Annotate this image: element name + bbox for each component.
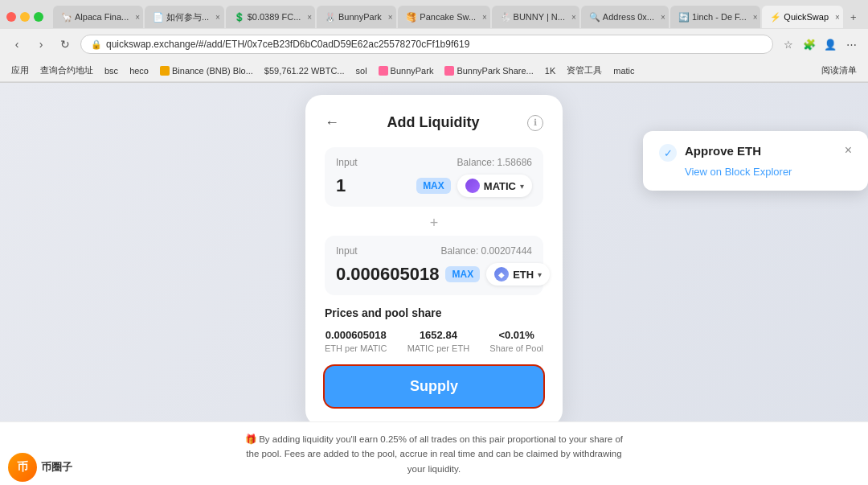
bookmark-1k[interactable]: 1K	[542, 65, 559, 76]
max-button-1[interactable]: MAX	[416, 178, 451, 194]
main-content: ← Add Liquidity ℹ Input Balance: 1.58686…	[0, 83, 868, 485]
tab-close-alpaca[interactable]: ×	[135, 13, 140, 22]
tab-alpaca[interactable]: 🦙 Alpaca Fina... ×	[53, 6, 143, 28]
tab-howto[interactable]: 📄 如何参与... ×	[145, 6, 224, 28]
token-selector-matic[interactable]: MATIC ▾	[457, 175, 532, 197]
url-text: quickswap.exchange/#/add/ETH/0x7ceB23fD6…	[106, 39, 469, 50]
url-bar[interactable]: 🔒 quickswap.exchange/#/add/ETH/0x7ceB23f…	[80, 35, 773, 54]
tab-close-pancake[interactable]: ×	[482, 13, 487, 22]
tab-label-1inch: 1inch - De F...	[692, 12, 747, 22]
menu-icon[interactable]: ⋯	[842, 35, 860, 53]
tab-favicon-howto: 📄	[153, 12, 162, 22]
new-tab-button[interactable]: +	[845, 8, 862, 26]
tab-favicon-price: 💲	[234, 12, 244, 22]
bookmark-matic-label: matic	[613, 66, 634, 76]
max-button-2[interactable]: MAX	[445, 266, 480, 282]
input-row-2: 0.000605018 MAX ◆ ETH ▾	[336, 263, 532, 286]
tab-favicon-bunny: 🐇	[500, 12, 510, 22]
forward-button[interactable]: ›	[32, 35, 50, 53]
tab-bunny[interactable]: 🐇 BUNNY | N... ×	[492, 6, 579, 28]
info-icon-button[interactable]: ℹ	[527, 115, 543, 131]
input-label-row-1: Input Balance: 1.58686	[336, 157, 532, 168]
bookmark-heco-label: heco	[129, 66, 149, 76]
bookmark-sol-label: sol	[356, 66, 367, 76]
tab-pancake[interactable]: 🥞 Pancake Sw... ×	[398, 6, 489, 28]
tab-bunnypark[interactable]: 🐰 BunnyPark ×	[317, 6, 396, 28]
bookmark-contract[interactable]: 查询合约地址	[37, 64, 96, 77]
bookmark-asset-tools[interactable]: 资管工具	[563, 64, 605, 77]
tab-close-quickswap[interactable]: ×	[835, 13, 840, 22]
tab-close-address[interactable]: ×	[661, 13, 665, 22]
bookmarks-bar: 应用 查询合约地址 bsc heco Binance (BNB) Blo... …	[0, 60, 868, 82]
chevron-down-icon-1: ▾	[520, 182, 524, 191]
bookmark-bunnypark[interactable]: BunnyPark	[375, 65, 437, 76]
bookmark-bunnypark-label: BunnyPark	[391, 66, 434, 76]
maximize-window-btn[interactable]	[34, 12, 43, 22]
bookmark-wbtc[interactable]: $59,761.22 WBTC...	[261, 65, 348, 76]
tab-bar: 🦙 Alpaca Fina... × 📄 如何参与... × 💲 $0.0389…	[0, 0, 868, 29]
eth-token-icon: ◆	[494, 267, 509, 282]
traffic-lights	[6, 12, 43, 22]
bookmark-readlist[interactable]: 阅读清单	[818, 64, 860, 77]
tab-1inch[interactable]: 🔄 1inch - De F... ×	[670, 6, 760, 28]
bookmark-bsc[interactable]: bsc	[101, 65, 121, 76]
profile-icon[interactable]: 👤	[821, 35, 839, 53]
supply-button[interactable]: Supply	[325, 366, 543, 407]
extensions-icon[interactable]: 🧩	[800, 35, 818, 53]
back-button[interactable]: ‹	[8, 35, 26, 53]
price-desc-eth-per-matic: ETH per MATIC	[325, 343, 387, 353]
tab-favicon-1inch: 🔄	[678, 12, 688, 22]
tab-price[interactable]: 💲 $0.0389 FC... ×	[226, 6, 315, 28]
notification-explorer-link[interactable]: View on Block Explorer	[685, 166, 852, 178]
add-liquidity-card: ← Add Liquidity ℹ Input Balance: 1.58686…	[305, 95, 563, 426]
input-value-2[interactable]: 0.000605018	[336, 264, 439, 285]
prices-section: Prices and pool share 0.000605018 ETH pe…	[325, 306, 543, 407]
tab-close-howto[interactable]: ×	[215, 13, 220, 22]
bookmark-apps[interactable]: 应用	[8, 64, 32, 77]
notification-popup: ✓ Approve ETH × View on Block Explorer	[643, 131, 868, 191]
price-item-pool-share: <0.01% Share of Pool	[489, 329, 543, 353]
bookmark-heco[interactable]: heco	[126, 65, 152, 76]
watermark-label: 币圈子	[41, 460, 72, 475]
tab-close-price[interactable]: ×	[307, 13, 312, 22]
input-label-1: Input	[336, 157, 358, 168]
tab-favicon-quickswap: ⚡	[770, 12, 780, 22]
tab-favicon-address: 🔍	[589, 12, 599, 22]
price-value-eth-per-matic: 0.000605018	[325, 329, 387, 341]
notification-title: Approve ETH	[685, 144, 761, 158]
minimize-window-btn[interactable]	[20, 12, 30, 22]
bookmark-bunnypark-share-label: BunnyPark Share...	[457, 66, 533, 76]
notification-check-icon: ✓	[659, 144, 677, 162]
bookmark-icon[interactable]: ☆	[780, 35, 797, 53]
tab-close-1inch[interactable]: ×	[753, 13, 758, 22]
tab-address[interactable]: 🔍 Address 0x... ×	[581, 6, 669, 28]
ssl-lock-icon: 🔒	[91, 39, 102, 50]
bookmark-1k-label: 1K	[545, 66, 555, 76]
nav-bar: ‹ › ↻ 🔒 quickswap.exchange/#/add/ETH/0x7…	[0, 29, 868, 60]
tab-label-howto: 如何参与...	[166, 11, 209, 23]
tab-quickswap[interactable]: ⚡ QuickSwap ×	[762, 6, 843, 28]
reload-button[interactable]: ↻	[56, 35, 74, 53]
bottom-info-text: 🎁 By adding liquidity you'll earn 0.25% …	[0, 421, 868, 485]
back-arrow-button[interactable]: ←	[325, 114, 339, 131]
bookmark-bsc-label: bsc	[104, 66, 118, 76]
token-name-eth: ETH	[513, 269, 534, 281]
tab-favicon-alpaca: 🦙	[61, 12, 71, 22]
bookmark-matic[interactable]: matic	[610, 65, 637, 76]
bookmark-binance[interactable]: Binance (BNB) Blo...	[157, 65, 256, 76]
chevron-down-icon-2: ▾	[538, 270, 542, 279]
tab-close-bunnypark[interactable]: ×	[388, 13, 393, 22]
bookmark-bunnypark-share[interactable]: BunnyPark Share...	[441, 65, 536, 76]
token-selector-eth[interactable]: ◆ ETH ▾	[486, 263, 550, 286]
bookmark-binance-icon	[160, 66, 170, 76]
bookmark-sol[interactable]: sol	[353, 65, 371, 76]
notification-close-button[interactable]: ×	[845, 144, 852, 157]
input-value-1[interactable]: 1	[336, 175, 410, 196]
tab-close-bunny[interactable]: ×	[571, 13, 576, 22]
prices-grid: 0.000605018 ETH per MATIC 1652.84 MATIC …	[325, 329, 543, 353]
bookmark-contract-label: 查询合约地址	[40, 64, 93, 76]
tab-label-address: Address 0x...	[603, 12, 654, 22]
tab-label-bunnypark: BunnyPark	[338, 12, 382, 22]
watermark: 币 币圈子	[8, 453, 72, 482]
close-window-btn[interactable]	[6, 12, 16, 22]
